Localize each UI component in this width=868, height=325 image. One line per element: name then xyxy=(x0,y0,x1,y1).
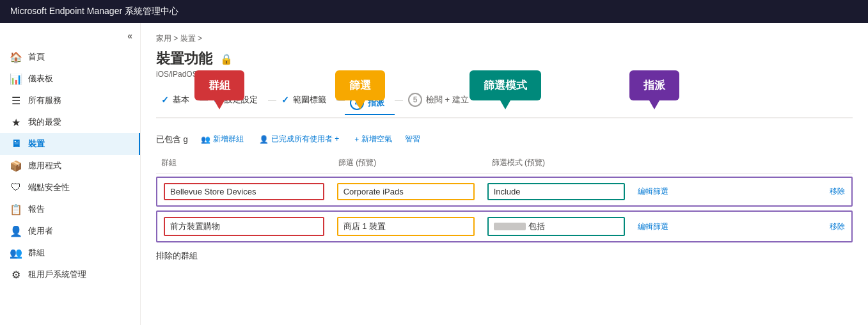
callout-group: 群組 xyxy=(194,70,244,100)
sidebar-item-users[interactable]: 👤 使用者 xyxy=(0,220,140,242)
tenant-icon: ⚙ xyxy=(10,269,22,280)
top-bar: Microsoft Endpoint Manager 系統管理中心 xyxy=(0,0,868,23)
row2-filter-mode-blur xyxy=(494,223,526,230)
row2-filter: 商店 1 裝置 xyxy=(337,217,475,236)
user-icon: 👤 xyxy=(10,225,22,237)
row2-remove[interactable]: 移除 xyxy=(830,221,845,232)
row2-edit-filter[interactable]: 編輯篩選 xyxy=(638,221,668,232)
sidebar: « 🏠 首頁 📊 儀表板 ☰ 所有服務 ★ 我的最愛 🖥 裝置 📦 應用程式 🛡 xyxy=(0,23,141,325)
col-header-actions xyxy=(640,155,853,171)
sidebar-item-groups[interactable]: 👥 群組 xyxy=(0,242,140,264)
groups-icon: 👥 xyxy=(10,247,22,258)
all-services-icon: ☰ xyxy=(10,95,22,106)
sidebar-item-endpoint-security[interactable]: 🛡 端點安全性 xyxy=(0,177,140,198)
smart-label: 智習 xyxy=(405,134,420,145)
add-group-button[interactable]: 👥 新增群組 xyxy=(198,131,246,147)
step-basics-label: 基本 xyxy=(173,94,189,106)
add-blank-button[interactable]: + 新增空氣 xyxy=(352,131,395,147)
step-scope-label: 範圍標籤 xyxy=(293,94,326,106)
add-blank-icon: + xyxy=(354,135,359,144)
callout-filter: 篩選 xyxy=(335,70,385,100)
sidebar-collapse[interactable]: « xyxy=(0,28,140,46)
row1-remove[interactable]: 移除 xyxy=(830,186,845,197)
sidebar-item-reports[interactable]: 📋 報告 xyxy=(0,198,140,220)
page-title: 裝置功能 xyxy=(156,49,212,68)
row1-group: Bellevue Store Devices xyxy=(164,183,324,200)
col-header-filter-mode: 篩選模式 (預覽) xyxy=(487,155,640,171)
step-review[interactable]: 5 檢閱 + 建立 xyxy=(403,89,479,111)
step-scope[interactable]: ✓ 範圍標籤 xyxy=(276,90,336,109)
sidebar-item-dashboard[interactable]: 📊 儀表板 xyxy=(0,68,140,90)
row1-edit-filter[interactable]: 編輯篩選 xyxy=(638,186,668,197)
add-all-users-icon: 👤 xyxy=(259,135,269,144)
col-header-group: 群組 xyxy=(156,155,333,171)
step-basics[interactable]: ✓ 基本 xyxy=(156,90,200,109)
step-check-icon: ✓ xyxy=(161,95,169,105)
sidebar-item-apps[interactable]: 📦 應用程式 xyxy=(0,155,140,177)
page-title-row: 裝置功能 🔒 xyxy=(156,49,853,68)
exclude-label: 排除的群組 xyxy=(156,250,853,262)
table-row: 前方裝置購物 商店 1 裝置 包括 編輯篩選 移除 xyxy=(156,210,853,242)
add-group-icon: 👥 xyxy=(201,135,210,144)
apps-icon: 📦 xyxy=(10,160,22,171)
step-check-icon3: ✓ xyxy=(281,95,289,105)
step-review-number: 5 xyxy=(408,93,422,107)
devices-icon: 🖥 xyxy=(10,138,22,150)
favorites-icon: ★ xyxy=(10,116,22,128)
sidebar-item-devices[interactable]: 🖥 裝置 xyxy=(0,133,140,155)
row1-filter: Corporate iPads xyxy=(337,183,475,200)
breadcrumb: 家用 > 裝置 > xyxy=(156,33,853,44)
col-header-filter: 篩選 (預覽) xyxy=(333,155,487,171)
callout-assign: 指派 xyxy=(629,70,679,100)
sidebar-item-all-services[interactable]: ☰ 所有服務 xyxy=(0,90,140,111)
reports-icon: 📋 xyxy=(10,203,22,215)
shield-icon: 🛡 xyxy=(10,182,22,193)
row2-filter-mode: 包括 xyxy=(528,221,545,232)
sidebar-item-home[interactable]: 🏠 首頁 xyxy=(0,46,140,68)
table-header: 群組 篩選 (預覽) 篩選模式 (預覽) xyxy=(156,152,853,174)
content-area: 家用 > 裝置 > 裝置功能 🔒 iOS/iPadOS ✓ 基本 — ✓ 設定設… xyxy=(141,23,868,325)
included-label: 已包含 g xyxy=(156,134,188,145)
step-review-label: 檢閱 + 建立 xyxy=(426,94,469,106)
add-all-users-button[interactable]: 👤 已完成所有使用者 + xyxy=(256,131,342,147)
row2-group: 前方裝置購物 xyxy=(164,217,324,236)
callout-filter-mode: 篩選模式 xyxy=(470,70,541,100)
app-title: Microsoft Endpoint Manager 系統管理中心 xyxy=(10,6,178,17)
sidebar-item-tenant-admin[interactable]: ⚙ 租用戶系統管理 xyxy=(0,264,140,285)
table-row: Bellevue Store Devices Corporate iPads I… xyxy=(156,177,853,207)
home-icon: 🏠 xyxy=(10,51,22,63)
row1-filter-mode: Include xyxy=(487,183,625,200)
lock-icon: 🔒 xyxy=(220,53,233,65)
sidebar-item-favorites[interactable]: ★ 我的最愛 xyxy=(0,111,140,133)
dashboard-icon: 📊 xyxy=(10,73,22,84)
